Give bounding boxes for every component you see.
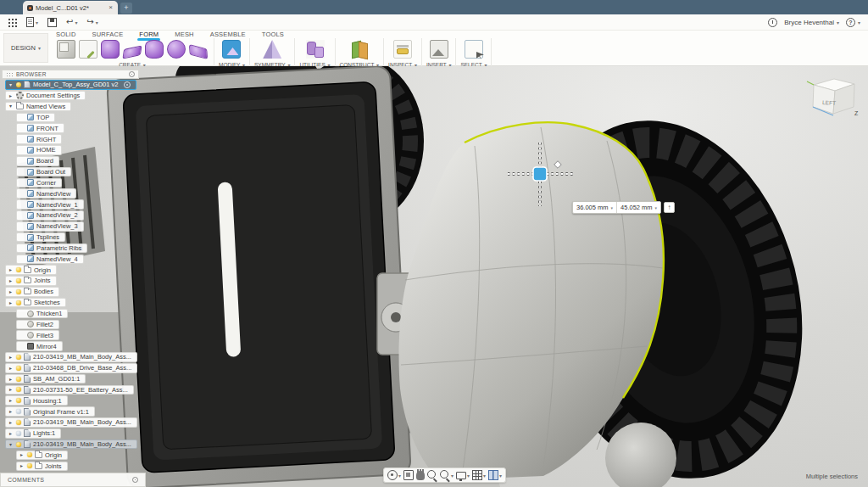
box-primitive-icon[interactable]: [57, 40, 75, 59]
help-menu[interactable]: ? ▾: [846, 18, 860, 27]
tree-item[interactable]: ▸RIGHT: [16, 134, 137, 144]
tree-item[interactable]: ▸NamedView_2: [16, 210, 137, 221]
sculpt-sphere-icon[interactable]: [167, 40, 186, 59]
expand-arrow-icon[interactable]: ▸: [8, 387, 14, 392]
user-menu[interactable]: Bryce Heventhal ▾: [784, 19, 839, 26]
battery-body[interactable]: [107, 66, 411, 487]
dimension-field-2[interactable]: 45.052 mm ▾: [616, 202, 660, 213]
caret-down-icon[interactable]: ▾: [398, 473, 401, 479]
caret-down-icon[interactable]: ▾: [483, 473, 486, 479]
sculpt-box-icon[interactable]: [101, 40, 120, 59]
expand-arrow-icon[interactable]: ▸: [19, 463, 25, 468]
tree-item[interactable]: ▸NamedView_3: [16, 221, 137, 232]
tree-item[interactable]: ▸Mirror4: [16, 341, 137, 351]
tree-item[interactable]: ▸210-03419_MB_Main_Body_Ass...: [5, 352, 137, 362]
tree-item[interactable]: ▸HOME: [16, 145, 137, 155]
expand-arrow-icon[interactable]: ▾: [8, 104, 14, 109]
tree-item[interactable]: ▾Named Views: [5, 102, 137, 112]
tree-item[interactable]: ▸Housing:1: [5, 395, 137, 406]
expand-arrow-icon[interactable]: ▾: [8, 82, 14, 87]
tree-item[interactable]: ▸210-03731-50_EE_Battery_Ass...: [5, 385, 137, 395]
grid-tool[interactable]: ▾: [472, 470, 486, 480]
expand-arrow-icon[interactable]: ▸: [8, 431, 14, 436]
tree-item[interactable]: ▸Sketches: [5, 298, 137, 308]
visibility-bulb-icon[interactable]: [16, 355, 21, 360]
panel-collapse-icon[interactable]: [129, 71, 135, 77]
visibility-bulb-icon[interactable]: [16, 431, 21, 436]
visibility-bulb-icon[interactable]: [16, 82, 21, 87]
orbit-tool[interactable]: ▾: [387, 470, 401, 480]
tree-item[interactable]: ▸NamedView_4: [16, 255, 137, 265]
tree-item[interactable]: ▾210-03419_MB_Main_Body_Ass...: [5, 439, 137, 450]
tree-item[interactable]: ▸Bodies: [5, 287, 137, 297]
file-menu[interactable]: ▾: [26, 17, 38, 27]
tree-item[interactable]: ▸Joints: [16, 462, 137, 472]
tree-item[interactable]: ▸Origin: [5, 265, 137, 275]
expand-arrow-icon[interactable]: ▸: [8, 93, 14, 98]
save-button[interactable]: [47, 18, 57, 27]
job-status-icon[interactable]: [768, 18, 777, 27]
tree-item[interactable]: ▸Joints: [5, 276, 137, 286]
tree-item[interactable]: ▸Lights:1: [5, 428, 137, 439]
spinner-icon[interactable]: ▾: [655, 205, 658, 210]
insert-image-icon[interactable]: [430, 40, 448, 59]
redo-button[interactable]: ↪ ▾: [86, 18, 97, 26]
viewports-tool[interactable]: ▾: [488, 470, 502, 480]
dimension-field-1[interactable]: 36.005 mm ▾: [573, 202, 616, 213]
tree-item[interactable]: ▸Board: [16, 156, 137, 166]
sculpt-plane-icon[interactable]: [122, 45, 142, 59]
tree-item[interactable]: ▸Document Settings: [5, 91, 137, 101]
comments-bar[interactable]: COMMENTS: [0, 473, 146, 487]
mirror-symmetry-icon[interactable]: [263, 40, 281, 59]
caret-down-icon[interactable]: ▾: [499, 473, 502, 479]
tree-item[interactable]: ▸Thicken1: [16, 309, 137, 319]
visibility-bulb-icon[interactable]: [27, 463, 32, 468]
expand-arrow-icon[interactable]: ▾: [8, 442, 14, 447]
tree-item[interactable]: ▸NamedView_1: [16, 199, 137, 210]
tree-item[interactable]: ▸210-03419_MB_Main_Body_Ass...: [5, 417, 137, 428]
visibility-bulb-icon[interactable]: [27, 452, 32, 457]
spinner-icon[interactable]: ▾: [611, 205, 614, 210]
expand-arrow-icon[interactable]: ▸: [8, 278, 14, 283]
tree-item[interactable]: ▸SB_AM_GD01:1: [5, 374, 137, 384]
tree-item[interactable]: ▸Original Frame v1:1: [5, 406, 137, 417]
app-launcher-icon[interactable]: [8, 18, 17, 27]
browser-header[interactable]: BROWSER: [2, 70, 139, 79]
document-tab[interactable]: Model_C...D01 v2* ×: [23, 1, 118, 14]
view-cube[interactable]: LEFT Z: [802, 71, 861, 124]
pan-tool[interactable]: [416, 470, 425, 480]
lookat-tool[interactable]: [403, 470, 414, 480]
expand-arrow-icon[interactable]: ▸: [8, 267, 14, 272]
visibility-bulb-icon[interactable]: [16, 300, 21, 305]
construct-plane-icon[interactable]: [350, 40, 369, 59]
tree-item[interactable]: ▸Fillet2: [16, 320, 137, 330]
tree-item[interactable]: ▸Corner: [16, 178, 137, 188]
sculpt-cylinder-icon[interactable]: [145, 40, 164, 59]
sculpt-face-icon[interactable]: [189, 44, 208, 59]
tree-item[interactable]: ▸Board Out: [16, 167, 137, 177]
expand-arrow-icon[interactable]: ▸: [19, 452, 25, 457]
convert-icon[interactable]: [306, 40, 325, 59]
visibility-bulb-icon[interactable]: [16, 398, 21, 403]
display-tool[interactable]: ▾: [456, 472, 470, 479]
visibility-bulb-icon[interactable]: [16, 409, 21, 414]
visibility-bulb-icon[interactable]: [16, 366, 21, 371]
tree-item[interactable]: ▸Tsplines: [16, 232, 137, 243]
expand-arrow-icon[interactable]: ▸: [8, 300, 14, 305]
expand-arrow-icon[interactable]: ▸: [8, 420, 14, 425]
select-cursor-icon[interactable]: [465, 40, 483, 59]
caret-down-icon[interactable]: ▾: [451, 473, 453, 479]
expand-arrow-icon[interactable]: ▸: [8, 289, 14, 294]
edit-form-icon[interactable]: [222, 40, 241, 59]
comments-settings-icon[interactable]: [132, 477, 138, 483]
edit-sketch-icon[interactable]: [79, 40, 97, 59]
visibility-bulb-icon[interactable]: [16, 387, 21, 392]
visibility-bulb-icon[interactable]: [16, 289, 21, 294]
tree-item[interactable]: ▸Fillet3: [16, 330, 137, 340]
zoom-tool[interactable]: [427, 470, 437, 480]
undo-button[interactable]: ↩ ▾: [66, 18, 77, 26]
tree-item[interactable]: ▸NamedView: [16, 188, 137, 199]
visibility-bulb-icon[interactable]: [16, 442, 21, 447]
expand-arrow-icon[interactable]: ▸: [8, 409, 14, 414]
tree-item[interactable]: ▸FRONT: [16, 123, 137, 133]
